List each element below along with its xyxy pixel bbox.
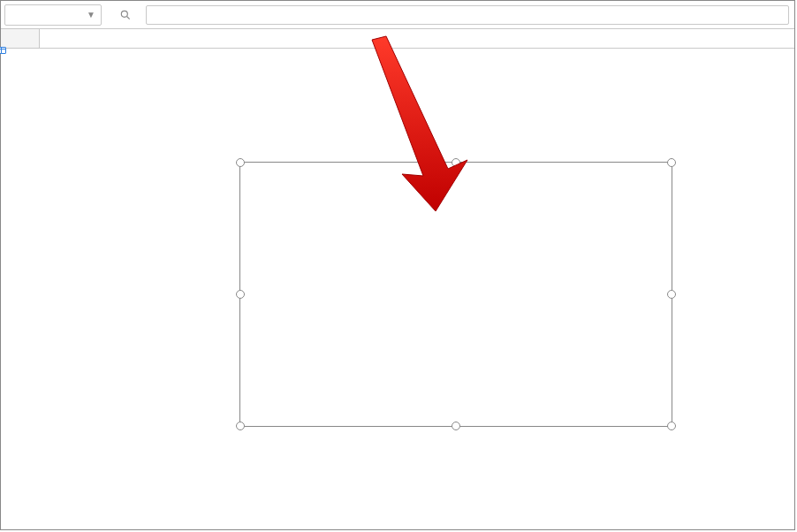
chart-object[interactable] — [239, 162, 672, 427]
formula-input[interactable] — [146, 5, 789, 25]
chart-resize-handle[interactable] — [667, 422, 676, 430]
chart-plot-area[interactable] — [249, 191, 657, 392]
chart-resize-handle[interactable] — [236, 422, 245, 430]
select-all-corner[interactable] — [1, 29, 40, 48]
chevron-down-icon[interactable]: ▼ — [87, 10, 95, 19]
selection-handle-bottom-left[interactable] — [0, 49, 4, 54]
name-box[interactable]: ▼ — [4, 4, 102, 26]
svg-line-1 — [127, 16, 130, 19]
column-headers — [1, 29, 794, 49]
chart-resize-handle[interactable] — [667, 290, 676, 299]
formula-bar: ▼ — [1, 1, 794, 29]
chart-title[interactable] — [240, 166, 672, 187]
chart-resize-handle[interactable] — [452, 422, 460, 430]
spreadsheet-grid[interactable] — [1, 29, 794, 49]
app-window: ▼ — [0, 0, 795, 530]
chart-resize-handle[interactable] — [667, 158, 676, 167]
selection-rectangle — [1, 49, 4, 52]
chart-resize-handle[interactable] — [452, 158, 460, 167]
chart-resize-handle[interactable] — [236, 158, 245, 167]
watermark — [786, 503, 789, 526]
svg-point-0 — [121, 11, 127, 17]
search-icon[interactable] — [119, 9, 132, 21]
selection-handle-bottom-right[interactable] — [1, 49, 6, 54]
chart-resize-handle[interactable] — [236, 290, 245, 299]
name-box-input[interactable] — [11, 8, 72, 22]
